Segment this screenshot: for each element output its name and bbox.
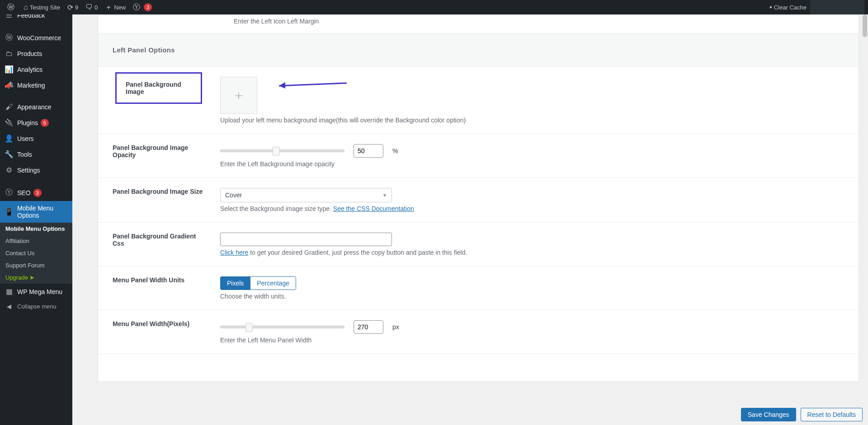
new-label: New <box>114 4 126 11</box>
opacity-input[interactable] <box>354 144 383 158</box>
css-doc-link[interactable]: See the CSS Documentation <box>333 205 414 212</box>
clear-cache-label: Clear Cache <box>774 4 807 11</box>
admin-sidebar: ☰Feedback ⓦWooCommerce 🗀Products 📊Analyt… <box>0 14 72 425</box>
settings-icon: ⚙ <box>5 166 14 174</box>
collapse-menu-button[interactable]: ◀Collapse menu <box>0 299 72 313</box>
section-header-left-panel: Left Panel Options <box>98 33 859 67</box>
sidebar-item-mobile-menu[interactable]: 📱Mobile Menu Options <box>0 201 72 223</box>
comments-count: 0 <box>94 4 98 11</box>
sidebar-item-seo[interactable]: ⓎSEO3 <box>0 184 72 201</box>
gradient-input[interactable] <box>220 233 392 246</box>
row-width-px: Menu Panel Width(Pixels) px Enter the Le… <box>98 310 859 354</box>
comment-icon: 🗨 <box>85 3 93 11</box>
sidebar-item-settings[interactable]: ⚙Settings <box>0 162 72 178</box>
woocommerce-icon: ⓦ <box>5 33 14 42</box>
new-content-link[interactable]: ＋New <box>101 0 129 14</box>
plus-icon: ＋ <box>105 3 112 12</box>
cache-icon: ▪ <box>769 3 772 11</box>
updates-count: 9 <box>75 4 78 11</box>
save-changes-button[interactable]: Save Changes <box>741 408 796 421</box>
mega-menu-icon: ▦ <box>5 287 14 296</box>
desc-width-units: Choose the width units. <box>220 293 844 300</box>
sidebar-item-appearance[interactable]: 🖌Appearance <box>0 99 72 115</box>
submenu-contact[interactable]: Contact Us <box>0 247 72 259</box>
wordpress-icon: ⓦ <box>7 3 14 12</box>
sidebar-item-woocommerce[interactable]: ⓦWooCommerce <box>0 29 72 46</box>
chevron-down-icon: ▼ <box>382 193 387 198</box>
desc-bg-image: Upload your left menu background image(t… <box>220 117 844 124</box>
clear-cache-link[interactable]: ▪Clear Cache <box>766 0 810 14</box>
analytics-icon: 📊 <box>5 65 14 74</box>
upload-bg-image-button[interactable]: ＋ <box>220 77 257 114</box>
yoast-link[interactable]: Ⓨ3 <box>129 0 156 14</box>
sidebar-item-marketing[interactable]: 📣Marketing <box>0 77 72 93</box>
bg-size-select[interactable]: Cover ▼ <box>220 188 392 202</box>
tools-icon: 🔧 <box>5 150 14 159</box>
desc-width-px: Enter the Left Menu Panel Width <box>220 336 844 344</box>
yoast-badge: 3 <box>144 3 152 11</box>
width-slider-thumb[interactable] <box>245 323 253 332</box>
mobile-menu-submenu: Mobile Menu Options Affiliation Contact … <box>0 223 72 284</box>
content-wrap: Enter the Left Icon Left Margin Left Pan… <box>72 14 868 425</box>
previous-row-desc: Enter the Left Icon Left Margin <box>234 18 859 25</box>
submenu-affiliation[interactable]: Affiliation <box>0 235 72 247</box>
submenu-support[interactable]: Support Forum <box>0 259 72 271</box>
desc-bg-size: Select the Background image size type. S… <box>220 205 844 212</box>
sidebar-item-feedback[interactable]: ☰Feedback <box>0 14 72 23</box>
submenu-mobile-menu-options[interactable]: Mobile Menu Options <box>0 223 72 235</box>
sidebar-item-products[interactable]: 🗀Products <box>0 46 72 61</box>
units-pixels-button[interactable]: Pixels <box>221 277 250 290</box>
reset-defaults-button[interactable]: Reset to Defaults <box>801 408 863 421</box>
label-bg-gradient: Panel Background Gradient Css <box>98 233 220 256</box>
opacity-unit: % <box>392 147 398 154</box>
page-scrollbar[interactable] <box>862 14 868 425</box>
width-input[interactable] <box>354 320 383 334</box>
width-slider[interactable] <box>220 326 344 328</box>
footer-actions: Save Changes Reset to Defaults <box>741 408 863 421</box>
plugins-icon: 🔌 <box>5 118 14 127</box>
label-wrap-bg-image: Panel Background Image <box>98 77 220 124</box>
upload-plus-icon: ＋ <box>232 87 245 104</box>
row-bg-image: Panel Background Image ＋ Upload your lef… <box>98 67 859 134</box>
row-bg-gradient: Panel Background Gradient Css Click here… <box>98 223 859 266</box>
row-width-units: Menu Panel Width Units Pixels Percentage… <box>98 266 859 310</box>
width-units-buttongroup: Pixels Percentage <box>220 276 296 290</box>
desc-bg-gradient: Click here to get your desired Gradient,… <box>220 249 844 256</box>
gradient-help-link[interactable]: Click here <box>220 249 248 256</box>
bg-size-value: Cover <box>225 191 242 199</box>
yoast-icon: Ⓨ <box>133 3 140 12</box>
seo-badge: 3 <box>33 189 42 197</box>
opacity-slider[interactable] <box>220 149 344 152</box>
sidebar-item-users[interactable]: 👤Users <box>0 131 72 146</box>
appearance-icon: 🖌 <box>5 103 14 111</box>
comments-link[interactable]: 🗨0 <box>82 0 101 14</box>
users-icon: 👤 <box>5 134 14 143</box>
row-bg-size: Panel Background Image Size Cover ▼ Sele… <box>98 178 859 223</box>
settings-panel: Enter the Left Icon Left Margin Left Pan… <box>98 14 859 382</box>
wp-logo[interactable]: ⓦ <box>4 0 20 14</box>
mobile-icon: 📱 <box>5 208 14 216</box>
sidebar-item-analytics[interactable]: 📊Analytics <box>0 61 72 77</box>
label-bg-size: Panel Background Image Size <box>98 188 220 212</box>
opacity-slider-thumb[interactable] <box>273 147 280 156</box>
label-bg-opacity: Panel Background Image Opacity <box>98 144 220 168</box>
sidebar-item-wp-mega-menu[interactable]: ▦WP Mega Menu <box>0 284 72 299</box>
row-bg-opacity: Panel Background Image Opacity % Enter t… <box>98 134 859 178</box>
scrollbar-thumb[interactable] <box>863 14 867 37</box>
feedback-icon: ☰ <box>5 14 14 19</box>
wp-admin-bar: ⓦ ⌂Testing Site ⟳9 🗨0 ＋New Ⓨ3 ▪Clear Cac… <box>0 0 868 14</box>
account-area[interactable] <box>810 0 864 14</box>
plugins-update-badge: 5 <box>41 119 49 127</box>
previous-row-cut: Enter the Left Icon Left Margin <box>98 15 859 33</box>
site-name-link[interactable]: ⌂Testing Site <box>20 0 64 14</box>
submenu-upgrade[interactable]: Upgrade ➤ <box>0 271 72 284</box>
units-percentage-button[interactable]: Percentage <box>250 277 296 290</box>
sidebar-item-plugins[interactable]: 🔌Plugins5 <box>0 115 72 131</box>
refresh-icon: ⟳ <box>67 3 73 12</box>
updates-link[interactable]: ⟳9 <box>64 0 82 14</box>
label-width-px: Menu Panel Width(Pixels) <box>98 320 220 344</box>
seo-icon: Ⓨ <box>5 188 14 197</box>
sidebar-item-tools[interactable]: 🔧Tools <box>0 146 72 162</box>
site-name: Testing Site <box>30 4 60 11</box>
collapse-icon: ◀ <box>5 303 14 310</box>
